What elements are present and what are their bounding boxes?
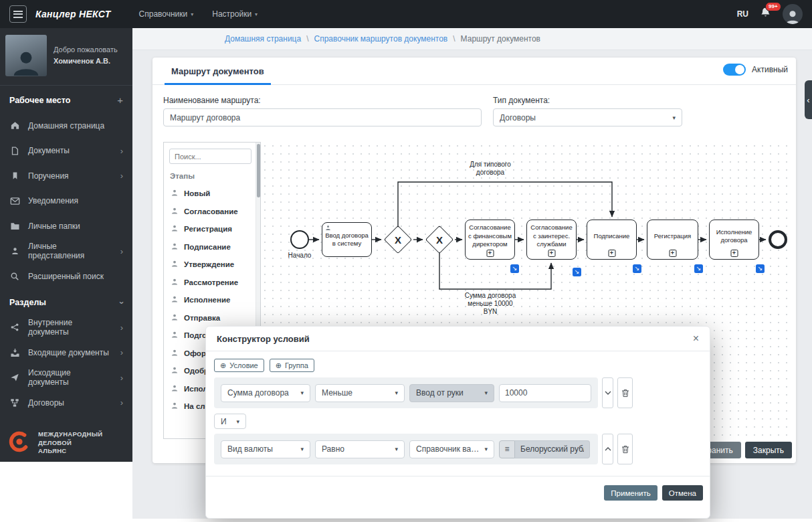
chevron-down-icon xyxy=(395,446,398,452)
stage-item[interactable]: Отправка xyxy=(164,309,255,327)
toggle-knob xyxy=(735,65,744,74)
condition-link-icon[interactable] xyxy=(510,264,519,273)
trash-icon xyxy=(621,389,629,398)
chevron-right-icon xyxy=(120,171,123,180)
condition-link-icon[interactable] xyxy=(573,268,581,276)
bpmn-task-registration[interactable]: Регистрация xyxy=(647,220,698,260)
scrollbar-thumb[interactable] xyxy=(257,144,260,197)
org-logo-block: МЕЖДУНАРОДНЫЙ ДЕЛОВОЙ АЛЬЯНС xyxy=(0,424,132,462)
stages-header: Этапы xyxy=(170,172,195,180)
move-condition-up-button[interactable] xyxy=(602,434,613,464)
cancel-button[interactable]: Отмена xyxy=(662,485,703,501)
stage-item[interactable]: Подписание xyxy=(164,238,255,256)
add-condition-label: Условие xyxy=(229,361,258,369)
stage-label: Подписание xyxy=(184,243,231,251)
condition-source-select[interactable]: Справочник валют xyxy=(409,440,494,458)
sidebar-item-contracts[interactable]: Договоры xyxy=(0,390,132,416)
sidebar-item-advanced-search[interactable]: Расширенный поиск xyxy=(0,264,132,289)
close-icon[interactable] xyxy=(693,333,699,344)
condition-operator-select[interactable]: Равно xyxy=(315,440,405,458)
sidebar-item-outgoing-documents[interactable]: Исходящие документы xyxy=(0,365,132,391)
bpmn-task-execution[interactable]: Исполнение договора xyxy=(709,220,759,260)
active-toggle[interactable] xyxy=(723,64,746,76)
stage-item[interactable]: Утверждение xyxy=(164,256,255,274)
sidebar-item-label: Входящие документы xyxy=(28,348,109,357)
add-group-button[interactable]: Группа xyxy=(270,359,314,372)
app-logo[interactable]: Канцлер НЕКСТ xyxy=(35,9,111,19)
sidebar-item-home[interactable]: Домашняя страница xyxy=(0,113,132,139)
bpmn-end-event[interactable] xyxy=(769,230,787,249)
route-name-input[interactable] xyxy=(163,108,482,126)
condition-value-input[interactable] xyxy=(499,384,591,402)
chevron-down-icon xyxy=(116,301,126,304)
stage-item[interactable]: Согласование xyxy=(164,203,255,221)
stage-icon xyxy=(171,224,179,234)
sidebar-item-label: Документы xyxy=(28,146,70,155)
chevron-down-icon xyxy=(484,446,488,452)
stage-label: Согласование xyxy=(184,207,238,215)
bpmn-task-enter-contract[interactable]: Ввод договора в систему xyxy=(322,222,372,257)
sidebar-item-incoming-documents[interactable]: Входящие документы xyxy=(0,340,132,365)
condition-operator-select[interactable]: Меньше xyxy=(315,384,405,402)
bpmn-start-event[interactable] xyxy=(290,230,309,249)
chevron-down-icon xyxy=(395,389,398,396)
stage-item[interactable]: Рассмотрение xyxy=(164,274,255,292)
condition-link-icon[interactable] xyxy=(633,264,641,273)
notifications-button[interactable]: 99+ xyxy=(760,7,771,21)
condition-link-icon[interactable] xyxy=(756,264,765,273)
move-condition-down-button[interactable] xyxy=(602,377,613,408)
add-condition-button[interactable]: Условие xyxy=(214,359,264,372)
collapse-panel-handle[interactable] xyxy=(805,80,812,119)
stage-search-input[interactable] xyxy=(169,149,251,164)
tab-document-route[interactable]: Маршрут документов xyxy=(165,66,271,85)
sections-header-label: Разделы xyxy=(9,298,46,307)
subprocess-expand-icon xyxy=(486,250,494,257)
stage-item[interactable]: Регистрация xyxy=(164,220,255,238)
sidebar-item-personal-folders[interactable]: Личные папки xyxy=(0,213,132,239)
breadcrumb-routes-link[interactable]: Справочник маршрутов документов xyxy=(314,34,448,44)
user-avatar[interactable] xyxy=(783,4,803,24)
apply-button[interactable]: Применить xyxy=(604,485,657,501)
sidebar-item-documents[interactable]: Документы xyxy=(0,139,132,164)
logic-operator-select[interactable]: И xyxy=(214,414,246,429)
condition-source-select[interactable]: Ввод от руки xyxy=(409,384,494,402)
search-icon xyxy=(9,272,20,281)
stage-icon xyxy=(171,242,179,252)
bpmn-task-finance-approval[interactable]: Согласование с финансовым директором xyxy=(465,220,515,260)
user-task-icon xyxy=(325,225,331,233)
breadcrumb-home-link[interactable]: Домашняя страница xyxy=(225,34,301,44)
language-selector[interactable]: RU xyxy=(737,9,748,19)
sidebar-item-personal-views[interactable]: Личные представления xyxy=(0,239,132,264)
hamburger-icon xyxy=(13,13,23,15)
condition-link-icon[interactable] xyxy=(694,264,703,273)
stage-icon xyxy=(171,260,179,269)
condition-field-select[interactable]: Сумма договора xyxy=(221,384,310,402)
sidebar-item-assignments[interactable]: Поручения xyxy=(0,163,132,189)
document-type-select[interactable]: Договоры xyxy=(493,108,682,126)
list-icon xyxy=(504,445,509,453)
sidebar-item-internal-documents[interactable]: Внутренние документы xyxy=(0,315,132,341)
document-type-value: Договоры xyxy=(500,113,668,122)
close-button[interactable]: Закрыть xyxy=(745,442,792,458)
stage-item[interactable]: Новый xyxy=(164,185,255,203)
stage-icon xyxy=(171,402,179,411)
menu-settings[interactable]: Настройки xyxy=(212,9,258,19)
menu-toggle-button[interactable] xyxy=(9,5,27,23)
condition-field-select[interactable]: Вид валюты xyxy=(221,440,310,458)
bpmn-task-services-approval[interactable]: Согласование с заинтерес. службами xyxy=(526,220,577,260)
stage-icon xyxy=(171,366,179,375)
add-workspace-button[interactable] xyxy=(117,94,123,106)
menu-directories-label: Справочники xyxy=(139,9,188,19)
menu-directories[interactable]: Справочники xyxy=(139,9,194,19)
delete-condition-button[interactable] xyxy=(617,377,633,408)
sidebar-item-notifications[interactable]: Уведомления xyxy=(0,189,132,214)
stage-icon xyxy=(171,384,179,394)
sections-header[interactable]: Разделы xyxy=(0,289,132,315)
stage-item[interactable]: Исполнение xyxy=(164,291,255,309)
select-value: Меньше xyxy=(322,388,391,398)
chevron-down-icon xyxy=(672,114,676,121)
delete-condition-button[interactable] xyxy=(617,434,633,464)
start-event-label: Начало xyxy=(281,252,318,259)
lookup-list-button[interactable] xyxy=(499,440,515,458)
bpmn-task-signing[interactable]: Подписание xyxy=(587,220,637,260)
